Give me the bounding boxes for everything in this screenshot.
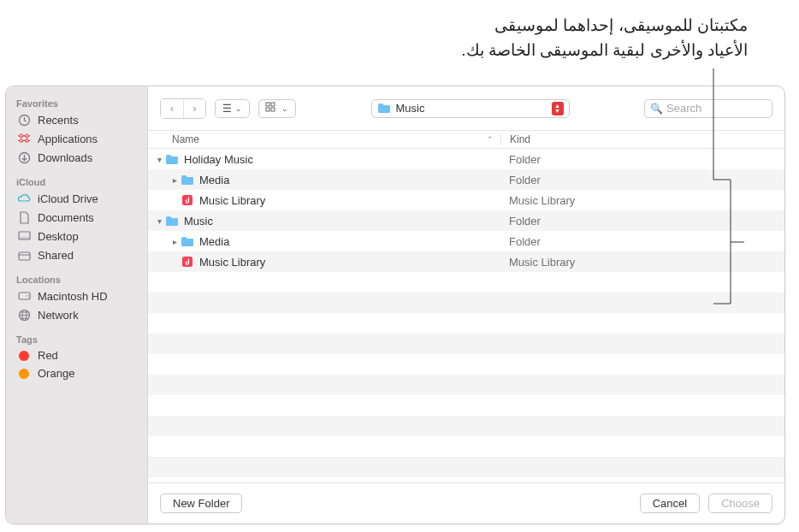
table-row[interactable]: ▾Holiday MusicFolder (148, 149, 784, 169)
column-kind-label: Kind (510, 133, 530, 145)
svg-rect-3 (19, 237, 30, 239)
sidebar-item-macintosh-hd[interactable]: Macintosh HD (6, 287, 147, 305)
sidebar-item-label: Downloads (38, 151, 92, 164)
chevron-down-icon: ⌄ (281, 104, 288, 113)
sidebar: Favorites Recents Applications Downloads… (6, 86, 148, 523)
sidebar-item-label: Red (38, 349, 58, 362)
grid-icon (266, 103, 278, 115)
music-library-icon (181, 256, 194, 268)
apps-icon (16, 132, 32, 145)
sidebar-item-label: iCloud Drive (38, 192, 98, 205)
table-row[interactable]: ▸MediaFolder (148, 231, 784, 251)
bottom-bar: New Folder Cancel Choose (148, 482, 784, 523)
column-header-row: Name ⌃ Kind (148, 130, 784, 149)
disclosure-triangle[interactable]: ▾ (153, 155, 165, 164)
table-row[interactable]: ▸MediaFolder (148, 169, 784, 190)
sidebar-item-shared[interactable]: Shared (6, 245, 147, 264)
sidebar-item-label: Desktop (38, 230, 79, 243)
disclosure-triangle[interactable]: ▾ (153, 216, 165, 226)
group-button[interactable]: ⌄ (258, 99, 296, 118)
sidebar-heading-locations: Locations (6, 271, 147, 287)
view-mode-button[interactable]: ☰ ⌄ (215, 99, 250, 118)
stepper-icon: ▲▼ (552, 102, 564, 115)
list-icon: ☰ (222, 103, 232, 115)
column-name-label: Name (172, 133, 199, 145)
choose-button[interactable]: Choose (708, 494, 772, 513)
folder-icon (165, 215, 179, 227)
nav-buttons: ‹ › (160, 98, 206, 119)
folder-icon (377, 103, 391, 114)
globe-icon (16, 308, 32, 322)
sidebar-item-label: Recents (38, 114, 79, 127)
disk-icon (16, 289, 32, 303)
file-name: Music (184, 215, 213, 228)
path-popup[interactable]: Music ▲▼ (371, 99, 570, 118)
new-folder-button[interactable]: New Folder (160, 494, 242, 513)
table-row[interactable]: ▾MusicFolder (148, 210, 784, 231)
column-header-name[interactable]: Name ⌃ (148, 133, 500, 145)
file-list[interactable]: ▾Holiday MusicFolder▸MediaFolderMusic Li… (148, 149, 784, 482)
toolbar: ‹ › ☰ ⌄ ⌄ Music ▲▼ 🔍 (148, 86, 784, 130)
finder-dialog: Favorites Recents Applications Downloads… (5, 86, 785, 524)
tag-orange-icon (19, 369, 29, 379)
column-header-kind[interactable]: Kind (500, 133, 784, 145)
disclosure-triangle[interactable]: ▸ (169, 175, 181, 185)
music-library-icon (181, 194, 194, 206)
file-kind: Folder (500, 174, 784, 186)
svg-rect-4 (19, 252, 30, 260)
cancel-button[interactable]: Cancel (640, 494, 700, 513)
file-kind: Music Library (500, 256, 784, 269)
svg-rect-5 (19, 293, 30, 299)
chevron-down-icon: ⌄ (235, 104, 242, 113)
file-kind: Folder (500, 235, 784, 248)
disclosure-triangle[interactable]: ▸ (169, 237, 181, 246)
main-area: ‹ › ☰ ⌄ ⌄ Music ▲▼ 🔍 (148, 86, 784, 523)
file-name: Holiday Music (184, 153, 253, 166)
file-name: Media (199, 235, 229, 248)
file-name: Media (199, 174, 229, 186)
sidebar-item-tag-orange[interactable]: Orange (6, 364, 147, 382)
sidebar-item-tag-red[interactable]: Red (6, 346, 147, 364)
search-icon: 🔍 (650, 103, 663, 115)
svg-rect-12 (271, 108, 275, 111)
search-input[interactable] (666, 102, 766, 115)
sidebar-item-label: Applications (38, 133, 98, 145)
sidebar-item-recents[interactable]: Recents (6, 110, 147, 129)
sidebar-item-label: Shared (38, 249, 74, 262)
callout-line1: مكتبتان للموسيقى، إحداهما لموسيقى (320, 14, 748, 38)
doc-icon (16, 210, 32, 224)
folder-icon (181, 235, 194, 247)
svg-rect-10 (271, 103, 275, 106)
table-row[interactable]: Music LibraryMusic Library (148, 190, 784, 210)
sidebar-item-desktop[interactable]: Desktop (6, 227, 147, 245)
file-name: Music Library (199, 194, 265, 207)
desktop-icon (16, 229, 32, 243)
sort-caret-icon: ⌃ (487, 135, 494, 144)
sidebar-heading-favorites: Favorites (6, 95, 147, 110)
table-row[interactable]: Music LibraryMusic Library (148, 251, 784, 272)
sidebar-heading-tags: Tags (6, 331, 147, 346)
clock-icon (16, 113, 32, 127)
file-kind: Folder (500, 215, 784, 228)
sidebar-item-icloud-drive[interactable]: iCloud Drive (6, 189, 147, 208)
search-field[interactable]: 🔍 (644, 99, 772, 118)
folder-icon (181, 174, 194, 186)
file-kind: Folder (500, 153, 784, 166)
sidebar-item-label: Network (38, 309, 79, 322)
sidebar-item-applications[interactable]: Applications (6, 129, 147, 148)
sidebar-item-network[interactable]: Network (6, 305, 147, 324)
sidebar-item-downloads[interactable]: Downloads (6, 148, 147, 167)
sidebar-item-label: Macintosh HD (38, 290, 108, 303)
svg-rect-9 (266, 103, 269, 106)
sidebar-item-label: Documents (38, 211, 94, 224)
callout-text: مكتبتان للموسيقى، إحداهما لموسيقى الأعيا… (320, 14, 748, 62)
download-icon (16, 151, 32, 164)
file-kind: Music Library (500, 194, 784, 207)
svg-rect-11 (266, 108, 269, 111)
forward-button[interactable]: › (183, 99, 205, 118)
back-button[interactable]: ‹ (161, 99, 183, 118)
sidebar-item-documents[interactable]: Documents (6, 208, 147, 227)
sidebar-heading-icloud: iCloud (6, 174, 147, 189)
cloud-icon (16, 192, 32, 205)
callout-line2: الأعياد والأخرى لبقية الموسيقى الخاصة بك… (320, 38, 748, 63)
